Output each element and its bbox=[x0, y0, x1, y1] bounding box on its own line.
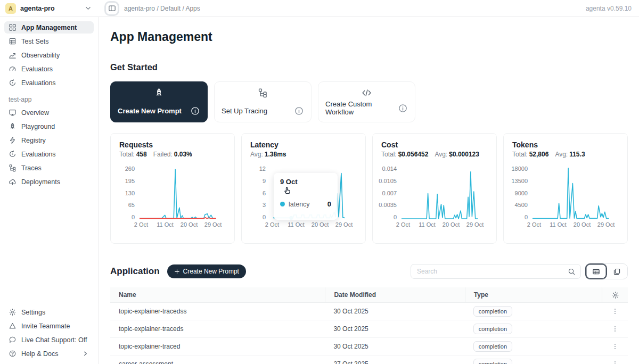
sidebar-item-label: Observability bbox=[21, 52, 60, 59]
type-badge: completion bbox=[473, 341, 512, 352]
card-view-button[interactable] bbox=[607, 264, 627, 279]
stat-summary: Total:$0.056452 Avg:$0.000123 bbox=[381, 151, 488, 158]
sidebar-item-playground[interactable]: Playground bbox=[4, 120, 94, 133]
sidebar-item-label: Deployments bbox=[21, 178, 60, 186]
gear-icon bbox=[9, 308, 17, 316]
sidebar-item-help-docs[interactable]: Help & Docs bbox=[4, 348, 94, 360]
search-icon[interactable] bbox=[568, 268, 576, 276]
requests-line-chart[interactable] bbox=[138, 165, 218, 220]
search-box bbox=[411, 264, 581, 279]
y-axis-labels: 260195130650 bbox=[119, 165, 138, 220]
date-modified: 27 Oct 2025 bbox=[325, 360, 464, 364]
sidebar-item-traces[interactable]: Traces bbox=[4, 162, 94, 174]
stat-summary: Total:52,806 Avg:115.3 bbox=[512, 151, 619, 158]
create-new-prompt-button[interactable]: Create New Prompt bbox=[167, 264, 246, 278]
table-row[interactable]: topic-explainer-traced 30 Oct 2025 compl… bbox=[110, 338, 628, 355]
app-name: career-assessment bbox=[110, 360, 325, 364]
chat-bubble-icon bbox=[9, 336, 17, 344]
refresh-circle-icon bbox=[9, 150, 17, 158]
workspace-name: agenta-pro bbox=[20, 5, 80, 12]
stat-card-cost: Cost Total:$0.056452 Avg:$0.000123 0.014… bbox=[372, 133, 497, 244]
series-dot bbox=[280, 202, 285, 206]
tooltip-value: 0 bbox=[327, 200, 331, 208]
breadcrumb[interactable]: agenta-pro / Default / Apps bbox=[124, 5, 200, 12]
applications-table: Name Date Modified Type topic-explainer-… bbox=[110, 287, 628, 364]
stat-summary: Avg:1.38ms bbox=[250, 151, 357, 158]
sidebar-item-label: Evaluators bbox=[21, 65, 53, 73]
sidebar-toggle-icon[interactable] bbox=[106, 3, 118, 14]
y-axis-labels: 1800013500900045000 bbox=[512, 165, 531, 220]
x-axis-labels: 2 Oct11 Oct20 Oct29 Oct bbox=[531, 220, 611, 228]
sidebar-item-label: Invite Teammate bbox=[21, 322, 70, 330]
application-heading: Application bbox=[110, 266, 160, 277]
sidebar-item-invite-teammate[interactable]: Invite Teammate bbox=[4, 320, 94, 332]
info-icon[interactable] bbox=[398, 103, 408, 113]
tree-icon bbox=[9, 164, 17, 172]
question-circle-icon bbox=[9, 350, 17, 358]
sidebar-item-test-sets[interactable]: Test Sets bbox=[4, 35, 94, 47]
cost-line-chart[interactable] bbox=[400, 165, 480, 220]
get-started-heading: Get Started bbox=[110, 62, 628, 72]
top-bar: A agenta-pro agenta-pro / Default / Apps… bbox=[0, 0, 639, 17]
sidebar-item-evaluations[interactable]: Evaluations bbox=[4, 77, 94, 89]
table-row[interactable]: topic-explainer-traceds 30 Oct 2025 comp… bbox=[110, 320, 628, 338]
stat-title: Cost bbox=[381, 140, 488, 149]
create-custom-workflow-card[interactable]: Create Custom Workflow bbox=[318, 81, 415, 122]
info-icon[interactable] bbox=[190, 106, 200, 116]
date-modified: 30 Oct 2025 bbox=[325, 308, 464, 315]
refresh-circle-icon bbox=[9, 79, 17, 87]
column-settings-gear-icon[interactable] bbox=[611, 291, 619, 299]
info-icon[interactable] bbox=[294, 106, 304, 116]
app-name: topic-explainer-tracedss bbox=[110, 308, 325, 315]
workspace-switcher[interactable]: A agenta-pro bbox=[0, 3, 99, 14]
table-row[interactable]: topic-explainer-tracedss 30 Oct 2025 com… bbox=[110, 303, 628, 320]
workspace-avatar: A bbox=[5, 3, 16, 14]
app-version: agenta v0.59.10 bbox=[586, 5, 639, 12]
sidebar-item-label: Overview bbox=[21, 109, 49, 117]
stat-card-tokens: Tokens Total:52,806 Avg:115.3 1800013500… bbox=[503, 133, 628, 244]
sidebar-section-label: test-app bbox=[0, 89, 98, 106]
search-input[interactable] bbox=[417, 268, 568, 275]
x-axis-labels: 2 Oct11 Oct20 Oct29 Oct bbox=[400, 220, 480, 228]
create-new-prompt-card[interactable]: Create New Prompt bbox=[110, 81, 208, 122]
stat-card-requests: Requests Total:458 Failed:0.03% 26019513… bbox=[110, 133, 235, 244]
tooltip-date: 9 Oct bbox=[280, 178, 331, 186]
view-toggle bbox=[585, 263, 628, 279]
sidebar-item-registry[interactable]: Registry bbox=[4, 134, 94, 146]
row-actions-menu-icon[interactable] bbox=[611, 360, 619, 364]
table-header: Name Date Modified Type bbox=[110, 287, 628, 303]
sidebar-item-app-management[interactable]: App Management bbox=[4, 21, 94, 34]
tokens-line-chart[interactable] bbox=[531, 165, 611, 220]
sidebar-item-deployments[interactable]: Deployments bbox=[4, 176, 94, 188]
card-label: Set Up Tracing bbox=[222, 107, 267, 115]
sidebar-item-label: Test Sets bbox=[21, 38, 48, 45]
sidebar-item-label: Traces bbox=[21, 164, 42, 172]
row-actions-menu-icon[interactable] bbox=[611, 325, 619, 333]
rocket-icon bbox=[9, 122, 17, 130]
sidebar-item-evaluators[interactable]: Evaluators bbox=[4, 63, 94, 75]
page-title: App Management bbox=[110, 30, 628, 44]
sidebar-item-observability[interactable]: Observability bbox=[4, 49, 94, 61]
type-badge: completion bbox=[473, 306, 512, 317]
row-actions-menu-icon[interactable] bbox=[611, 343, 619, 350]
cloud-icon bbox=[9, 178, 17, 186]
hand-cursor-icon bbox=[282, 185, 292, 195]
sidebar-item-evaluations-app[interactable]: Evaluations bbox=[4, 148, 94, 160]
sidebar-item-settings[interactable]: Settings bbox=[4, 306, 94, 318]
stat-title: Latency bbox=[250, 140, 357, 149]
sidebar-item-label: Playground bbox=[21, 123, 55, 130]
sidebar-item-live-chat[interactable]: Live Chat Support: Off bbox=[4, 334, 94, 346]
table-row[interactable]: career-assessment 27 Oct 2025 completion bbox=[110, 355, 628, 364]
sidebar-item-overview[interactable]: Overview bbox=[4, 106, 94, 119]
x-axis-labels: 2 Oct11 Oct20 Oct29 Oct bbox=[138, 220, 218, 228]
set-up-tracing-card[interactable]: Set Up Tracing bbox=[214, 81, 312, 122]
sidebar-item-label: Settings bbox=[21, 309, 45, 316]
chevron-right-icon bbox=[81, 350, 89, 358]
chart-tooltip: 9 Oct latency 0 bbox=[274, 173, 338, 220]
row-actions-menu-icon[interactable] bbox=[611, 308, 619, 315]
tracing-tree-icon bbox=[222, 88, 304, 98]
table-view-button[interactable] bbox=[586, 264, 607, 279]
stat-title: Requests bbox=[119, 140, 226, 149]
chevron-down-icon bbox=[84, 4, 92, 12]
stat-title: Tokens bbox=[512, 140, 619, 149]
